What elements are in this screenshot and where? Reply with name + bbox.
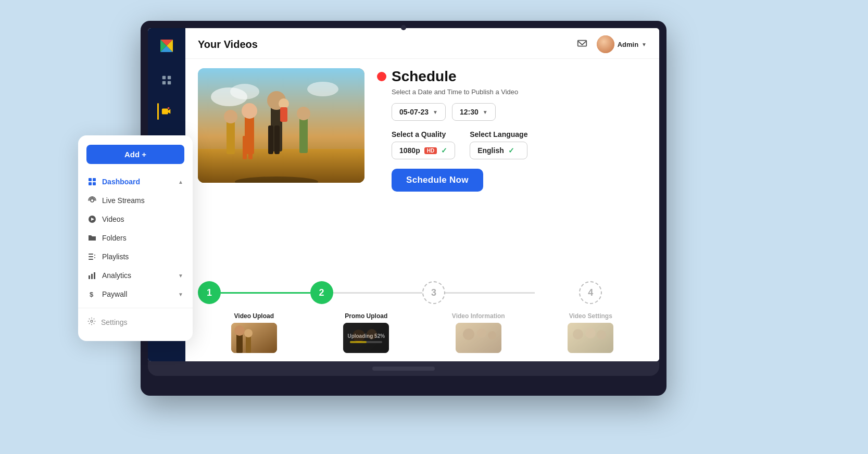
avatar (597, 35, 614, 53)
dashboard-label: Dashboard (102, 178, 140, 186)
svg-point-23 (224, 110, 237, 123)
svg-point-44 (597, 330, 606, 339)
svg-rect-16 (268, 125, 273, 154)
svg-rect-30 (236, 333, 243, 353)
svg-rect-34 (343, 323, 389, 353)
sidebar-grid-icon[interactable] (158, 72, 175, 89)
schedule-subtitle: Select a Date and Time to Publish a Vide… (392, 88, 647, 96)
sidebar-item-dashboard[interactable]: Dashboard ▲ (78, 172, 193, 191)
language-select-group: Select Language English ✓ (470, 130, 527, 159)
notification-icon[interactable] (574, 36, 590, 53)
svg-point-40 (488, 331, 496, 339)
paywall-icon: $ (87, 289, 97, 299)
add-button[interactable]: Add + (86, 145, 184, 164)
svg-rect-52 (89, 254, 93, 255)
svg-point-38 (463, 329, 474, 340)
laptop-notch (401, 25, 406, 30)
schedule-title: Schedule (392, 68, 456, 85)
schedule-now-button[interactable]: Schedule Now (392, 169, 483, 192)
step-4-thumb-item: Video Settings (535, 309, 647, 353)
step-3: 3 (422, 281, 535, 304)
svg-point-33 (244, 329, 253, 337)
svg-rect-32 (246, 336, 251, 353)
sidebar-item-analytics[interactable]: Analytics ▼ (78, 266, 193, 285)
sidebar-item-live-streams[interactable]: Live Streams (78, 191, 193, 210)
step-4: 4 (535, 281, 647, 304)
analytics-chevron-icon: ▼ (178, 273, 183, 279)
svg-rect-22 (227, 120, 235, 154)
step-1-circle: 1 (198, 281, 221, 304)
playlists-label: Playlists (102, 253, 129, 261)
sidebar-item-playlists[interactable]: Playlists (78, 247, 193, 266)
settings-icon (87, 317, 96, 327)
live-streams-label: Live Streams (102, 196, 145, 205)
svg-rect-57 (89, 275, 90, 279)
admin-avatar-wrap[interactable]: Admin ▼ (597, 35, 647, 53)
paywall-label: Paywall (102, 290, 127, 298)
laptop-hinge (372, 367, 435, 371)
step-2-label: Promo Upload (345, 312, 387, 320)
admin-label: Admin (618, 41, 638, 48)
svg-rect-5 (168, 76, 171, 79)
svg-rect-59 (94, 272, 95, 279)
svg-rect-20 (243, 136, 247, 159)
svg-rect-24 (299, 118, 308, 153)
svg-rect-17 (274, 125, 280, 154)
steps-row: 1 2 (198, 281, 647, 304)
time-dropdown-arrow: ▼ (483, 109, 488, 115)
main-video-thumbnail (198, 68, 364, 183)
laptop-shell: Your Videos Admin ▼ (141, 21, 666, 396)
svg-rect-47 (89, 182, 92, 185)
videos-label: Videos (102, 215, 124, 223)
step-1-thumb-item: Video Upload (198, 309, 310, 353)
videos-icon (87, 215, 97, 224)
analytics-label: Analytics (102, 271, 131, 280)
recording-dot (377, 72, 386, 81)
svg-rect-54 (89, 259, 93, 260)
header-right: Admin ▼ (574, 35, 647, 53)
svg-text:$: $ (90, 291, 94, 298)
step-2-thumb-item: Promo Upload Uploading 52% (310, 309, 423, 353)
svg-point-43 (585, 328, 596, 338)
settings-label: Settings (101, 318, 128, 326)
laptop-main-content: Your Videos Admin ▼ (185, 28, 659, 361)
step-2: 2 (310, 281, 423, 304)
svg-rect-58 (91, 274, 93, 279)
steps-section: 1 2 (185, 281, 659, 361)
svg-rect-45 (89, 178, 92, 181)
step-3-label: Video Information (452, 312, 505, 320)
time-dropdown[interactable]: 12:30 ▼ (452, 103, 496, 121)
sidebar-item-folders[interactable]: Folders (78, 229, 193, 247)
svg-point-31 (234, 325, 245, 336)
svg-rect-48 (93, 182, 96, 185)
nav-divider (78, 308, 193, 308)
language-select-box[interactable]: English ✓ (470, 142, 527, 159)
svg-rect-21 (248, 136, 253, 159)
quality-select-box[interactable]: 1080p HD ✓ (392, 142, 455, 159)
step-2-thumbnail: Uploading 52% (343, 323, 389, 353)
hd-badge: HD (424, 147, 437, 154)
date-dropdown[interactable]: 05-07-23 ▼ (392, 103, 446, 121)
app-logo[interactable] (157, 36, 176, 57)
quality-select-group: Select a Quality 1080p HD ✓ (392, 130, 455, 159)
paywall-chevron-icon: ▼ (178, 292, 183, 297)
svg-point-39 (477, 329, 486, 338)
language-value: English (477, 146, 504, 155)
step-1-thumbnail (231, 323, 277, 353)
sidebar-video-icon[interactable] (158, 103, 175, 120)
schedule-header: Schedule (377, 68, 647, 85)
laptop-header: Your Videos Admin ▼ (185, 28, 659, 59)
svg-point-19 (242, 103, 257, 119)
svg-point-49 (91, 199, 94, 202)
folders-label: Folders (102, 234, 127, 242)
language-label: Select Language (470, 130, 527, 138)
step-1: 1 (198, 281, 310, 304)
sidebar-item-videos[interactable]: Videos (78, 210, 193, 229)
sidebar-item-settings[interactable]: Settings (78, 312, 193, 332)
datetime-row: 05-07-23 ▼ 12:30 ▼ (392, 103, 647, 121)
svg-point-25 (297, 107, 310, 120)
sidebar-item-paywall[interactable]: $ Paywall ▼ (78, 285, 193, 304)
svg-rect-4 (162, 76, 166, 79)
laptop-screen: Your Videos Admin ▼ (148, 28, 659, 361)
step-2-circle: 2 (310, 281, 333, 304)
